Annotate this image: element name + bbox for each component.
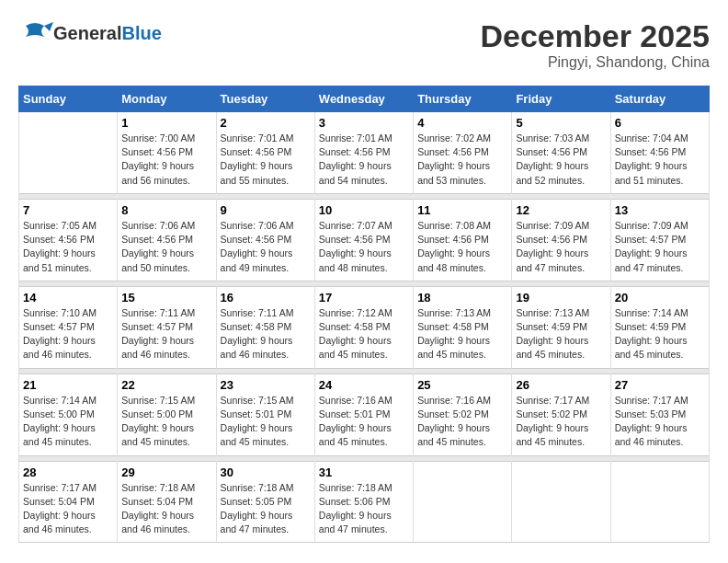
day-info: Sunrise: 7:05 AMSunset: 4:56 PMDaylight:… xyxy=(23,219,113,275)
calendar-cell: 19Sunrise: 7:13 AMSunset: 4:59 PMDayligh… xyxy=(512,286,610,368)
day-number: 17 xyxy=(319,291,409,304)
day-number: 26 xyxy=(516,378,606,392)
day-info: Sunrise: 7:16 AMSunset: 5:02 PMDaylight:… xyxy=(417,394,507,450)
calendar-cell: 29Sunrise: 7:18 AMSunset: 5:04 PMDayligh… xyxy=(118,461,216,543)
calendar-cell: 8Sunrise: 7:06 AMSunset: 4:56 PMDaylight… xyxy=(118,199,216,281)
day-info: Sunrise: 7:03 AMSunset: 4:56 PMDaylight:… xyxy=(516,132,606,188)
day-number: 7 xyxy=(23,203,113,217)
day-info: Sunrise: 7:13 AMSunset: 4:59 PMDaylight:… xyxy=(516,306,606,362)
calendar-cell: 22Sunrise: 7:15 AMSunset: 5:00 PMDayligh… xyxy=(118,373,216,455)
day-number: 14 xyxy=(23,291,113,304)
day-info: Sunrise: 7:02 AMSunset: 4:56 PMDaylight:… xyxy=(417,132,507,188)
day-info: Sunrise: 7:11 AMSunset: 4:58 PMDaylight:… xyxy=(221,306,311,362)
day-info: Sunrise: 7:06 AMSunset: 4:56 PMDaylight:… xyxy=(121,219,211,275)
day-number: 13 xyxy=(615,203,705,217)
day-number: 3 xyxy=(319,116,409,130)
calendar-week-row: 1Sunrise: 7:00 AMSunset: 4:56 PMDaylight… xyxy=(19,112,710,194)
calendar-cell: 30Sunrise: 7:18 AMSunset: 5:05 PMDayligh… xyxy=(216,461,314,543)
day-info: Sunrise: 7:01 AMSunset: 4:56 PMDaylight:… xyxy=(221,132,311,188)
day-number: 22 xyxy=(121,378,211,392)
day-info: Sunrise: 7:06 AMSunset: 4:56 PMDaylight:… xyxy=(221,219,311,275)
day-info: Sunrise: 7:04 AMSunset: 4:56 PMDaylight:… xyxy=(615,132,705,188)
calendar-cell: 11Sunrise: 7:08 AMSunset: 4:56 PMDayligh… xyxy=(414,199,512,281)
day-info: Sunrise: 7:09 AMSunset: 4:57 PMDaylight:… xyxy=(615,219,705,275)
header-wednesday: Wednesday xyxy=(314,86,413,112)
calendar-location: Pingyi, Shandong, China xyxy=(480,54,710,71)
calendar-cell: 3Sunrise: 7:01 AMSunset: 4:56 PMDaylight… xyxy=(314,112,413,194)
day-number: 16 xyxy=(221,291,311,304)
calendar-week-row: 21Sunrise: 7:14 AMSunset: 5:00 PMDayligh… xyxy=(19,373,710,455)
calendar-week-row: 7Sunrise: 7:05 AMSunset: 4:56 PMDaylight… xyxy=(19,199,710,281)
logo: GeneralBlue xyxy=(18,18,162,48)
day-number: 18 xyxy=(417,291,507,304)
day-number: 1 xyxy=(121,116,211,130)
calendar-cell: 15Sunrise: 7:11 AMSunset: 4:57 PMDayligh… xyxy=(118,286,216,368)
day-number: 11 xyxy=(417,203,507,217)
calendar-cell: 5Sunrise: 7:03 AMSunset: 4:56 PMDaylight… xyxy=(512,112,610,194)
calendar-cell xyxy=(19,112,118,194)
calendar-cell: 9Sunrise: 7:06 AMSunset: 4:56 PMDaylight… xyxy=(216,199,314,281)
calendar-cell: 23Sunrise: 7:15 AMSunset: 5:01 PMDayligh… xyxy=(216,373,314,455)
day-info: Sunrise: 7:14 AMSunset: 4:59 PMDaylight:… xyxy=(615,306,705,362)
day-number: 9 xyxy=(221,203,311,217)
calendar-cell xyxy=(414,461,512,543)
header-friday: Friday xyxy=(512,86,610,112)
day-number: 29 xyxy=(121,465,211,479)
calendar-cell: 31Sunrise: 7:18 AMSunset: 5:06 PMDayligh… xyxy=(314,461,413,543)
day-number: 27 xyxy=(615,378,705,392)
day-number: 2 xyxy=(221,116,311,130)
header-sunday: Sunday xyxy=(19,86,118,112)
day-info: Sunrise: 7:17 AMSunset: 5:03 PMDaylight:… xyxy=(615,394,705,450)
day-info: Sunrise: 7:15 AMSunset: 5:01 PMDaylight:… xyxy=(221,394,311,450)
header-monday: Monday xyxy=(118,86,216,112)
day-info: Sunrise: 7:11 AMSunset: 4:57 PMDaylight:… xyxy=(121,306,211,362)
day-number: 30 xyxy=(221,465,311,479)
day-info: Sunrise: 7:08 AMSunset: 4:56 PMDaylight:… xyxy=(417,219,507,275)
calendar-cell: 7Sunrise: 7:05 AMSunset: 4:56 PMDaylight… xyxy=(19,199,118,281)
logo-blue-text: Blue xyxy=(121,23,161,43)
day-info: Sunrise: 7:01 AMSunset: 4:56 PMDaylight:… xyxy=(319,132,409,188)
day-number: 21 xyxy=(23,378,113,392)
calendar-cell: 6Sunrise: 7:04 AMSunset: 4:56 PMDaylight… xyxy=(610,112,709,194)
header-saturday: Saturday xyxy=(610,86,709,112)
logo-icon xyxy=(18,18,53,48)
header-thursday: Thursday xyxy=(414,86,512,112)
calendar-cell: 28Sunrise: 7:17 AMSunset: 5:04 PMDayligh… xyxy=(19,461,118,543)
day-number: 4 xyxy=(417,116,507,130)
calendar-header-row: SundayMondayTuesdayWednesdayThursdayFrid… xyxy=(19,86,710,112)
day-number: 25 xyxy=(417,378,507,392)
day-number: 15 xyxy=(121,291,211,304)
calendar-cell: 18Sunrise: 7:13 AMSunset: 4:58 PMDayligh… xyxy=(414,286,512,368)
calendar-cell xyxy=(512,461,610,543)
calendar-cell xyxy=(610,461,709,543)
day-number: 31 xyxy=(319,465,409,479)
day-number: 28 xyxy=(23,465,113,479)
day-info: Sunrise: 7:00 AMSunset: 4:56 PMDaylight:… xyxy=(121,132,211,188)
day-number: 24 xyxy=(319,378,409,392)
day-info: Sunrise: 7:17 AMSunset: 5:02 PMDaylight:… xyxy=(516,394,606,450)
calendar-cell: 14Sunrise: 7:10 AMSunset: 4:57 PMDayligh… xyxy=(19,286,118,368)
calendar-cell: 16Sunrise: 7:11 AMSunset: 4:58 PMDayligh… xyxy=(216,286,314,368)
title-block: December 2025 Pingyi, Shandong, China xyxy=(480,18,710,71)
day-number: 5 xyxy=(516,116,606,130)
header-tuesday: Tuesday xyxy=(216,86,314,112)
calendar-cell: 13Sunrise: 7:09 AMSunset: 4:57 PMDayligh… xyxy=(610,199,709,281)
day-info: Sunrise: 7:13 AMSunset: 4:58 PMDaylight:… xyxy=(417,306,507,362)
calendar-cell: 10Sunrise: 7:07 AMSunset: 4:56 PMDayligh… xyxy=(314,199,413,281)
calendar-cell: 12Sunrise: 7:09 AMSunset: 4:56 PMDayligh… xyxy=(512,199,610,281)
day-info: Sunrise: 7:15 AMSunset: 5:00 PMDaylight:… xyxy=(121,394,211,450)
day-info: Sunrise: 7:09 AMSunset: 4:56 PMDaylight:… xyxy=(516,219,606,275)
calendar-cell: 2Sunrise: 7:01 AMSunset: 4:56 PMDaylight… xyxy=(216,112,314,194)
day-number: 20 xyxy=(615,291,705,304)
calendar-cell: 26Sunrise: 7:17 AMSunset: 5:02 PMDayligh… xyxy=(512,373,610,455)
calendar-week-row: 14Sunrise: 7:10 AMSunset: 4:57 PMDayligh… xyxy=(19,286,710,368)
day-info: Sunrise: 7:10 AMSunset: 4:57 PMDaylight:… xyxy=(23,306,113,362)
day-info: Sunrise: 7:16 AMSunset: 5:01 PMDaylight:… xyxy=(319,394,409,450)
page-header: GeneralBlue December 2025 Pingyi, Shando… xyxy=(18,18,710,71)
day-info: Sunrise: 7:14 AMSunset: 5:00 PMDaylight:… xyxy=(23,394,113,450)
calendar-cell: 27Sunrise: 7:17 AMSunset: 5:03 PMDayligh… xyxy=(610,373,709,455)
calendar-cell: 17Sunrise: 7:12 AMSunset: 4:58 PMDayligh… xyxy=(314,286,413,368)
calendar-cell: 1Sunrise: 7:00 AMSunset: 4:56 PMDaylight… xyxy=(118,112,216,194)
calendar-cell: 21Sunrise: 7:14 AMSunset: 5:00 PMDayligh… xyxy=(19,373,118,455)
day-number: 6 xyxy=(615,116,705,130)
